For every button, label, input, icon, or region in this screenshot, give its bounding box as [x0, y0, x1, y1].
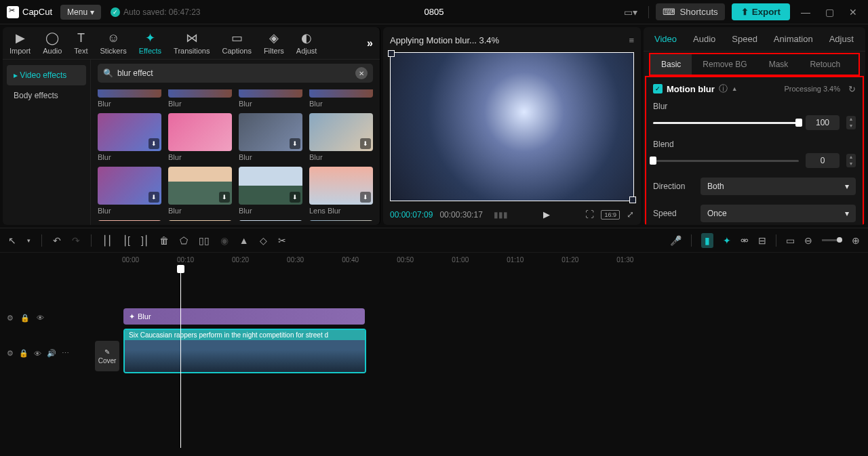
track-visible-icon[interactable]: 👁: [34, 350, 41, 358]
effect-item[interactable]: ⬇Blur: [239, 167, 302, 215]
track-lock-icon[interactable]: 🔒: [19, 349, 28, 358]
nav-audio[interactable]: ◯Audio: [43, 31, 62, 55]
nav-stickers[interactable]: ☺Stickers: [100, 31, 127, 55]
project-title[interactable]: 0805: [425, 7, 444, 17]
split-left-tool[interactable]: ⎮[: [123, 235, 130, 246]
crop-icon[interactable]: ⛶: [585, 209, 594, 220]
effect-item[interactable]: Blur: [309, 89, 373, 108]
maximize-button[interactable]: ▢: [821, 7, 838, 18]
subtab-removebg[interactable]: Remove BG: [692, 54, 757, 75]
blend-value[interactable]: [806, 153, 840, 168]
nav-text[interactable]: TText: [74, 31, 87, 55]
cat-body-effects[interactable]: Body effects: [7, 85, 86, 106]
download-icon[interactable]: ⬇: [290, 138, 300, 149]
tab-adjust[interactable]: Adjust: [821, 27, 862, 51]
nav-import[interactable]: ▶Import: [9, 31, 31, 55]
menu-button[interactable]: Menu▾: [60, 5, 101, 20]
minimize-button[interactable]: —: [797, 7, 814, 18]
fullscreen-icon[interactable]: ⤢: [627, 209, 634, 220]
playhead[interactable]: [180, 266, 181, 448]
cat-video-effects[interactable]: Video effects: [7, 65, 86, 85]
effect-search[interactable]: 🔍 ✕: [98, 64, 373, 83]
tab-video[interactable]: Video: [646, 27, 685, 51]
subtab-basic[interactable]: Basic: [650, 54, 692, 75]
zoom-slider[interactable]: [822, 239, 842, 241]
blend-slider[interactable]: [653, 160, 799, 162]
split-right-tool[interactable]: ]⎮: [141, 235, 149, 246]
motion-blur-toggle[interactable]: ✓: [653, 84, 663, 94]
clear-icon[interactable]: ✕: [355, 67, 368, 79]
video-clip[interactable]: Six Caucasian rappers perform in the nig…: [123, 329, 366, 373]
effect-item[interactable]: ⬇Blur: [98, 113, 161, 161]
blur-slider[interactable]: [653, 122, 799, 124]
download-icon[interactable]: ⬇: [360, 138, 371, 149]
play-button[interactable]: ▶: [543, 209, 550, 220]
shield-tool[interactable]: ⬠: [180, 235, 188, 246]
record-tool[interactable]: ◉: [220, 235, 229, 246]
effect-item[interactable]: ⬇Blur: [239, 113, 302, 161]
track-more-icon[interactable]: ⋯: [62, 349, 69, 358]
mic-icon[interactable]: 🎤: [670, 235, 682, 246]
effect-item[interactable]: ⬇Blur: [309, 113, 373, 161]
nav-captions[interactable]: ▭Captions: [222, 31, 251, 55]
tab-speed[interactable]: Speed: [724, 27, 766, 51]
preview-menu-icon[interactable]: ≡: [629, 35, 634, 45]
split-tool[interactable]: ⎮⎮: [102, 235, 112, 246]
effect-item[interactable]: [309, 220, 373, 221]
direction-select[interactable]: Both▾: [701, 178, 856, 195]
frame-tool[interactable]: ▯▯: [199, 235, 210, 246]
track-lock-icon[interactable]: 🔒: [20, 314, 30, 323]
timeline-ruler[interactable]: 00:00 00:10 00:20 00:30 00:40 00:50 01:0…: [0, 253, 868, 266]
effect-clip[interactable]: ✦ Blur: [123, 308, 365, 325]
zoom-in-icon[interactable]: ⊕: [852, 235, 860, 246]
download-icon[interactable]: ⬇: [360, 192, 371, 203]
zoom-out-icon[interactable]: ⊖: [804, 235, 812, 246]
preview-viewport[interactable]: [390, 52, 634, 201]
effect-item[interactable]: ⬇Blur: [168, 167, 232, 215]
select-tool[interactable]: ↖: [8, 235, 16, 246]
effect-item[interactable]: [98, 220, 161, 221]
align-icon[interactable]: ⊟: [758, 235, 766, 246]
mirror-tool[interactable]: ▲: [239, 235, 249, 246]
effect-item[interactable]: [239, 220, 302, 221]
aspect-ratio[interactable]: 16:9: [601, 210, 620, 220]
track-visible-icon[interactable]: 👁: [37, 314, 44, 323]
subtab-retouch[interactable]: Retouch: [799, 54, 851, 75]
preview-mode-icon[interactable]: ▭: [786, 235, 795, 246]
nav-effects[interactable]: ✦Effects: [139, 31, 161, 55]
crop-tool[interactable]: ✂: [278, 235, 286, 246]
tab-animation[interactable]: Animation: [766, 27, 821, 51]
snap-icon[interactable]: ✦: [723, 235, 731, 246]
segments-icon[interactable]: ▮▮▮: [494, 210, 508, 220]
shortcuts-button[interactable]: ⌨Shortcuts: [656, 3, 724, 20]
speed-select[interactable]: Once▾: [701, 205, 856, 222]
effect-item[interactable]: Blur: [239, 89, 302, 108]
tab-audio[interactable]: Audio: [685, 27, 724, 51]
nav-transitions[interactable]: ⋈Transitions: [174, 31, 210, 55]
blur-value[interactable]: [806, 115, 840, 130]
close-button[interactable]: ✕: [845, 7, 861, 18]
download-icon[interactable]: ⬇: [149, 192, 159, 203]
info-icon[interactable]: ⓘ: [719, 83, 728, 95]
effect-item[interactable]: ⬇Blur: [98, 167, 161, 215]
link-icon[interactable]: ⚮: [741, 235, 749, 246]
track-settings-icon[interactable]: ⚙: [7, 314, 14, 323]
download-icon[interactable]: ⬇: [149, 138, 159, 149]
layout-icon[interactable]: ▭▾: [620, 7, 642, 18]
blur-spinner[interactable]: ▲▼: [846, 116, 856, 129]
nav-filters[interactable]: ◈Filters: [264, 31, 284, 55]
chevron-up-icon[interactable]: ▲: [732, 85, 738, 92]
blend-spinner[interactable]: ▲▼: [846, 154, 856, 167]
rotate-tool[interactable]: ◇: [260, 235, 267, 246]
nav-more-icon[interactable]: »: [367, 37, 373, 49]
subtab-mask[interactable]: Mask: [758, 54, 800, 75]
effect-item[interactable]: [168, 220, 232, 221]
search-input[interactable]: [117, 68, 355, 78]
undo-button[interactable]: ↶: [53, 235, 61, 246]
cover-button[interactable]: ✎ Cover: [95, 341, 119, 371]
export-button[interactable]: ⬆Export: [732, 3, 790, 20]
track-mute-icon[interactable]: 🔊: [47, 349, 56, 358]
redo-button[interactable]: ↷: [72, 235, 80, 246]
track-settings-icon[interactable]: ⚙: [7, 349, 14, 358]
download-icon[interactable]: ⬇: [219, 192, 230, 203]
